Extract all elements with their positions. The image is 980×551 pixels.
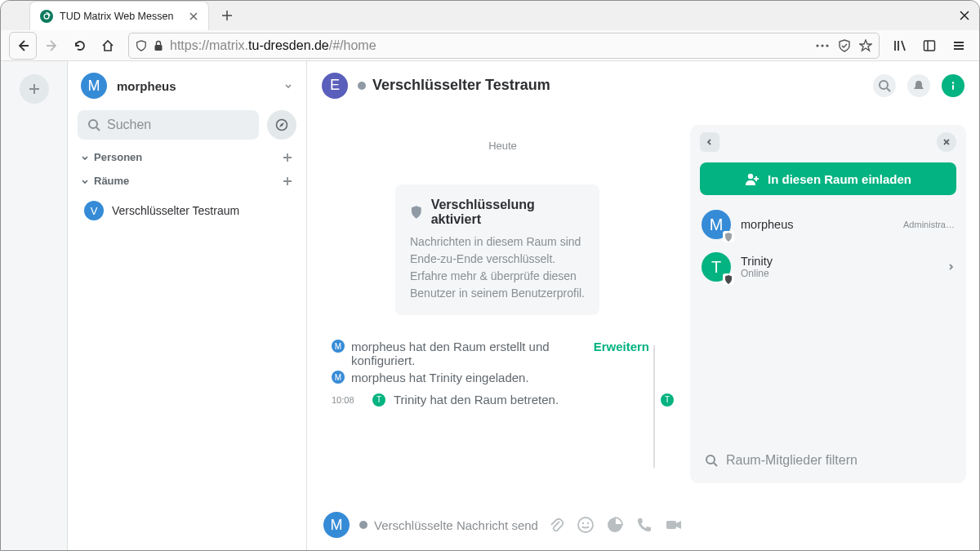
shield-icon bbox=[136, 40, 147, 51]
room-search-button[interactable] bbox=[873, 74, 896, 97]
member-row[interactable]: T Trinity Online bbox=[690, 246, 966, 288]
chevron-down-icon bbox=[81, 177, 89, 185]
encryption-indicator-icon bbox=[359, 521, 368, 529]
emoji-icon[interactable] bbox=[577, 516, 595, 534]
svg-rect-11 bbox=[952, 85, 954, 90]
room-name: Verschlüsselter Testraum bbox=[112, 204, 239, 217]
composer-avatar: M bbox=[323, 512, 350, 538]
summary-text: morpheus hat Trinity eingeladen. bbox=[351, 371, 564, 384]
url-text: https://matrix.tu-dresden.de/#/home bbox=[170, 38, 376, 53]
svg-point-15 bbox=[582, 522, 584, 524]
member-role: Administra… bbox=[903, 220, 955, 229]
section-rooms[interactable]: Räume bbox=[81, 175, 293, 187]
protection-icon[interactable] bbox=[838, 39, 851, 52]
encryption-indicator-icon bbox=[358, 82, 366, 90]
svg-rect-1 bbox=[155, 45, 163, 51]
search-input[interactable]: Suchen bbox=[78, 110, 259, 140]
sticker-icon[interactable] bbox=[606, 516, 624, 534]
panel-close-button[interactable] bbox=[937, 132, 956, 152]
chevron-right-icon bbox=[947, 263, 955, 271]
user-avatar: M bbox=[81, 73, 107, 99]
avatar-micro: T bbox=[372, 393, 385, 407]
svg-point-12 bbox=[748, 174, 753, 179]
chevron-down-icon bbox=[81, 153, 89, 162]
timestamp: 10:08 bbox=[332, 395, 364, 405]
video-call-icon[interactable] bbox=[665, 516, 683, 534]
member-row[interactable]: M morpheus Administra… bbox=[690, 203, 966, 246]
avatar-micro: M bbox=[332, 340, 345, 353]
search-icon bbox=[87, 118, 100, 131]
chevron-down-icon bbox=[283, 81, 293, 91]
home-button[interactable] bbox=[96, 33, 120, 58]
tab-title: TUD Matrix Web Messen bbox=[60, 11, 180, 22]
shield-badge-icon bbox=[723, 273, 734, 285]
search-icon bbox=[705, 454, 718, 467]
voice-call-icon[interactable] bbox=[635, 516, 653, 534]
section-people[interactable]: Personen bbox=[81, 151, 293, 163]
meatballs-icon[interactable] bbox=[815, 43, 830, 48]
new-tab-button[interactable] bbox=[216, 4, 238, 27]
encryption-card: Verschlüsselung aktiviert Nachrichten in… bbox=[395, 184, 599, 315]
room-list-item[interactable]: V Verschlüsselter Testraum bbox=[76, 193, 298, 228]
window-close-icon[interactable] bbox=[950, 1, 979, 30]
read-receipt-icon: T bbox=[661, 393, 674, 407]
filter-input[interactable]: Raum-Mitglieder filtern bbox=[726, 453, 858, 468]
shield-icon bbox=[410, 205, 423, 220]
user-menu[interactable]: M morpheus bbox=[68, 61, 306, 110]
attach-icon[interactable] bbox=[547, 516, 565, 534]
add-people-button[interactable] bbox=[282, 152, 293, 163]
shield-badge-icon bbox=[723, 231, 734, 242]
date-separator: Heute bbox=[332, 140, 674, 152]
lock-icon bbox=[154, 40, 163, 51]
svg-point-3 bbox=[821, 44, 823, 47]
svg-point-2 bbox=[816, 44, 818, 47]
sidebar-button[interactable] bbox=[917, 33, 942, 58]
svg-point-4 bbox=[826, 44, 828, 47]
svg-point-0 bbox=[44, 14, 49, 19]
expand-button[interactable]: Erweitern bbox=[594, 340, 649, 353]
event-text: Trinity hat den Raum betreten. bbox=[394, 393, 559, 407]
message-input[interactable]: Verschlüsselte Nachricht senden bbox=[374, 518, 537, 532]
svg-point-13 bbox=[706, 455, 715, 464]
svg-rect-17 bbox=[666, 521, 676, 529]
notifications-button[interactable] bbox=[907, 74, 930, 97]
add-space-button[interactable] bbox=[20, 74, 49, 104]
svg-point-16 bbox=[587, 522, 589, 524]
panel-back-button[interactable] bbox=[700, 132, 719, 152]
tab-close-icon[interactable] bbox=[187, 10, 200, 23]
star-icon[interactable] bbox=[859, 39, 872, 52]
svg-point-9 bbox=[880, 81, 888, 89]
library-button[interactable] bbox=[888, 33, 912, 58]
favicon-icon bbox=[40, 10, 53, 23]
svg-point-14 bbox=[578, 518, 593, 532]
menu-button[interactable] bbox=[947, 33, 971, 58]
svg-point-7 bbox=[89, 120, 97, 128]
reload-button[interactable] bbox=[68, 33, 92, 58]
back-button[interactable] bbox=[9, 32, 37, 60]
user-display-name: morpheus bbox=[117, 79, 176, 93]
svg-point-10 bbox=[952, 82, 955, 84]
svg-rect-5 bbox=[924, 41, 935, 51]
room-avatar: E bbox=[322, 73, 348, 99]
room-avatar: V bbox=[84, 201, 104, 220]
room-title: Verschlüsselter Testraum bbox=[372, 77, 550, 94]
explore-button[interactable] bbox=[267, 110, 296, 140]
forward-button[interactable] bbox=[40, 33, 65, 58]
avatar-micro: M bbox=[332, 371, 345, 384]
url-bar[interactable]: https://matrix.tu-dresden.de/#/home bbox=[128, 33, 880, 59]
invite-icon bbox=[745, 171, 760, 186]
room-info-button[interactable] bbox=[942, 74, 964, 97]
add-room-button[interactable] bbox=[282, 176, 293, 187]
invite-button[interactable]: In diesen Raum einladen bbox=[700, 162, 956, 195]
search-placeholder: Suchen bbox=[107, 118, 151, 132]
summary-text: morpheus hat den Raum erstellt und konfi… bbox=[351, 340, 564, 367]
browser-tab[interactable]: TUD Matrix Web Messen bbox=[29, 1, 209, 30]
